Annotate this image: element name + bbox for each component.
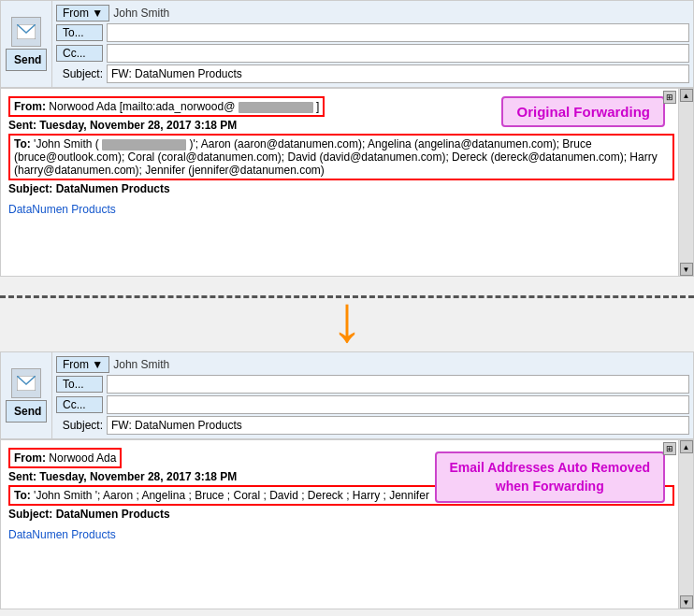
top-body-from-name: Norwood Ada [mailto:ada_norwood@ (49, 100, 235, 113)
top-scrollbar: ▲ ▼ (678, 89, 693, 276)
bottom-body-to-value: 'John Smith '; Aaron ; Angelina ; Bruce … (34, 489, 429, 502)
top-body-from-label: From: (14, 100, 46, 113)
bottom-subject-input[interactable] (107, 416, 689, 435)
bottom-body-subject-value: DataNumen Products (56, 508, 170, 521)
bottom-scrollbar: ▲ ▼ (678, 440, 693, 609)
removed-label: Email Addresses Auto Removed when Forwar… (435, 451, 665, 503)
bottom-scroll-down[interactable]: ▼ (680, 595, 693, 609)
top-cc-button[interactable]: Cc... (56, 45, 103, 62)
bottom-body: Email Addresses Auto Removed when Forwar… (1, 440, 693, 609)
bottom-subject-row: Subject: (56, 416, 689, 435)
top-body-container: Original Forwarding From: Norwood Ada [m… (1, 88, 693, 276)
top-zoom-icon[interactable]: ⊞ (663, 91, 676, 104)
bottom-body-from-name: Norwood Ada (49, 451, 116, 465)
bottom-send-button[interactable]: Send (6, 400, 47, 423)
top-subject-input[interactable] (107, 64, 689, 83)
top-cc-row: Cc... (56, 44, 689, 63)
bottom-compose-header: Send From ▼ John Smith To... Cc... Subje… (1, 352, 693, 439)
bottom-body-subject: Subject: DataNumen Products (8, 508, 674, 521)
top-body-sent-value: Tuesday, November 28, 2017 3:18 PM (39, 119, 237, 132)
top-from-row: From ▼ John Smith (56, 5, 689, 21)
top-to-input[interactable] (107, 23, 689, 42)
bottom-cc-row: Cc... (56, 395, 689, 414)
top-compose-header: Send From ▼ John Smith To... Cc... Subje… (1, 1, 693, 88)
bottom-subject-label: Subject: (56, 419, 103, 432)
top-body-redacted (239, 102, 313, 113)
bottom-body-sent-value: Tuesday, November 28, 2017 3:18 PM (39, 470, 237, 483)
top-from-value: John Smith (113, 7, 169, 20)
top-send-col: Send (1, 1, 52, 87)
top-email-icon (11, 17, 41, 47)
bottom-body-to-label: To: (14, 489, 31, 502)
top-body-subject-value: DataNumen Products (56, 182, 170, 195)
top-send-button[interactable]: Send (6, 49, 47, 71)
bottom-zoom-icon[interactable]: ⊞ (663, 442, 676, 455)
bottom-fields-col: From ▼ John Smith To... Cc... Subject: (52, 352, 693, 438)
bottom-to-button[interactable]: To... (56, 376, 103, 393)
bottom-body-container: Email Addresses Auto Removed when Forwar… (1, 439, 693, 609)
orange-arrow: ↓ (331, 286, 364, 351)
top-subject-label: Subject: (56, 67, 103, 80)
divider-section: ↓ (0, 295, 694, 351)
top-scroll-up[interactable]: ▲ (680, 89, 693, 102)
top-body-from-close: ] (316, 100, 319, 113)
bottom-to-input[interactable] (107, 375, 689, 394)
top-body-to-redacted (102, 139, 186, 150)
top-scroll-down[interactable]: ▼ (680, 263, 693, 276)
bottom-cc-input[interactable] (107, 395, 689, 414)
bottom-body-from-block: From: Norwood Ada (8, 448, 122, 468)
top-cc-input[interactable] (107, 44, 689, 63)
top-email-panel: Send From ▼ John Smith To... Cc... Subje… (0, 0, 694, 277)
top-fields-col: From ▼ John Smith To... Cc... Subject: (52, 1, 693, 87)
bottom-email-panel: Send From ▼ John Smith To... Cc... Subje… (0, 351, 694, 609)
top-body-subject: Subject: DataNumen Products (8, 182, 674, 195)
top-body-to-value: 'John Smith ( (34, 137, 99, 150)
top-body: Original Forwarding From: Norwood Ada [m… (1, 89, 693, 276)
top-to-button[interactable]: To... (56, 24, 103, 41)
bottom-body-link[interactable]: DataNumen Products (8, 528, 116, 541)
bottom-from-value: John Smith (113, 358, 169, 371)
bottom-body-from-label: From: (14, 451, 46, 465)
bottom-send-col: Send (1, 352, 52, 438)
original-forwarding-label: Original Forwarding (501, 96, 665, 127)
bottom-scroll-up[interactable]: ▲ (680, 440, 693, 453)
top-body-to-label: To: (14, 137, 31, 150)
top-body-from-block: From: Norwood Ada [mailto:ada_norwood@ ] (8, 96, 325, 117)
bottom-cc-button[interactable]: Cc... (56, 396, 103, 413)
top-subject-row: Subject: (56, 64, 689, 83)
bottom-from-button[interactable]: From ▼ (56, 356, 109, 373)
top-from-button[interactable]: From ▼ (56, 5, 109, 21)
top-body-to-block: To: 'John Smith ( )'; Aaron (aaron@datan… (8, 134, 674, 180)
top-body-link[interactable]: DataNumen Products (8, 203, 116, 216)
top-to-row: To... (56, 23, 689, 42)
bottom-email-icon (11, 368, 41, 398)
bottom-to-row: To... (56, 375, 689, 394)
bottom-from-row: From ▼ John Smith (56, 356, 689, 373)
